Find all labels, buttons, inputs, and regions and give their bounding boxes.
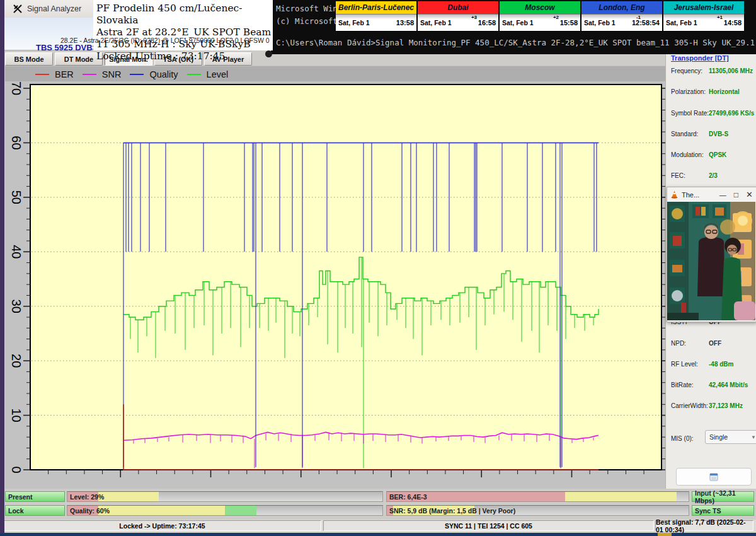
- app-icon: [13, 4, 22, 13]
- footer-cell-1: Locked -> Uptime: 73:17:45: [3, 520, 321, 531]
- legend-swatch: [130, 74, 144, 75]
- world-clocks-panel: Berlin-Paris-LučenecSat, Feb 113:58Dubai…: [336, 1, 744, 32]
- field-label: Polarization:: [671, 88, 706, 95]
- clock-city-label: London, Eng: [581, 1, 662, 14]
- vlc-video-window[interactable]: The... — □ ✕: [667, 187, 756, 322]
- tab-bs-mode[interactable]: BS Mode: [5, 52, 53, 66]
- field-value: Horizontal: [709, 88, 756, 95]
- svg-text:10: 10: [9, 408, 23, 422]
- field-label: RF Level:: [671, 361, 698, 368]
- clock-date: Sat, Feb 1: [502, 19, 534, 26]
- progress-label: SNR: 5,9 dB (Margin: 1,5 dB | Very Poor): [389, 507, 515, 515]
- overlay-title-text: PF Prodelin 450 cm/Lučenec-Slovakia Astr…: [96, 3, 273, 62]
- field-carrierwidth-: CarrierWidth:37,123 MHz: [671, 402, 753, 411]
- legend-swatch: [83, 74, 96, 75]
- status-row-2: LockQuality: 60%SNR: 5,9 dB (Margin: 1,5…: [0, 505, 756, 516]
- ts-list-icon: [709, 473, 718, 481]
- field-npd-: NPD:OFF: [671, 340, 753, 349]
- clock-time-row: Sat, Feb 1+114:58: [663, 14, 744, 31]
- progress-bar: Quality: 60%: [67, 505, 383, 516]
- field-standard-: Standard:DVB-S: [671, 131, 753, 139]
- progress-segment: [98, 492, 159, 501]
- clock-utc-offset: +2: [553, 15, 559, 20]
- legend-item-snr: SNR: [83, 69, 122, 79]
- field-polarization-: Polarization:Horizontal: [671, 88, 753, 97]
- minimize-icon[interactable]: —: [719, 191, 726, 199]
- field-label: MIS (0):: [671, 435, 694, 442]
- maximize-icon[interactable]: □: [734, 190, 738, 199]
- field-label: BitRate:: [671, 382, 694, 388]
- clock-time-row: Sat, Feb 113:58: [336, 14, 416, 31]
- footer-cell-2: SYNC 11 | TEI 1254 | CC 605: [323, 520, 654, 531]
- field-value: 2/3: [709, 172, 756, 179]
- field-value: 37,123 MHz: [709, 402, 756, 409]
- progress-label: Level: 29%: [70, 493, 104, 501]
- field-label: CarrierWidth:: [671, 402, 708, 409]
- vlc-title: The...: [682, 191, 699, 199]
- clock-utc-offset: +3: [471, 15, 477, 20]
- clock-city-label: Jerusalem-Israel: [663, 1, 744, 14]
- tab-dt-mode[interactable]: DT Mode: [55, 52, 103, 66]
- clock-time: 12:58:54: [632, 19, 660, 26]
- status-row-1: PresentLevel: 29%BER: 6,4E-3Input (~32,3…: [0, 491, 756, 503]
- clock-date: Sat, Feb 1: [666, 19, 697, 26]
- clock-time: 16:58: [478, 19, 496, 26]
- field-label: Standard:: [671, 131, 698, 137]
- transport-stream-button[interactable]: [676, 468, 752, 486]
- clock-city-label: Dubai: [418, 1, 498, 14]
- overlay-line-4: Locked Uptime : 73:17:45: [96, 50, 273, 62]
- field-bitrate-: BitRate:42,464 Mbit/s: [671, 382, 753, 390]
- clock-dubai: DubaiSat, Feb 1+316:58: [418, 1, 498, 32]
- video-frame: [667, 202, 755, 320]
- progress-segment: [225, 506, 256, 515]
- field-fec-: FEC:2/3: [671, 172, 753, 181]
- svg-text:50: 50: [9, 190, 23, 204]
- clock-london-eng: London, EngSat, Feb 1-112:58:54: [581, 1, 662, 32]
- clock-time-row: Sat, Feb 1-112:58:54: [581, 14, 662, 31]
- window-bottom-edge: [0, 533, 756, 536]
- field-label: NPD:: [671, 340, 686, 347]
- field-value: OFF: [709, 340, 756, 347]
- svg-text:20: 20: [9, 354, 23, 368]
- field-value: QPSK: [709, 151, 756, 158]
- field-rf-level-: RF Level:-48 dBm: [671, 361, 753, 370]
- console-prompt[interactable]: C:\Users\Roman Dávid>Signal Monitoring_P…: [276, 38, 756, 47]
- clock-city-label: Moscow: [500, 1, 580, 14]
- chart-legend: BERSNRQualityLevel: [35, 68, 228, 81]
- clock-date: Sat, Feb 1: [584, 19, 616, 26]
- legend-label: SNR: [102, 69, 122, 79]
- clock-utc-offset: +1: [717, 15, 723, 20]
- field-label: Frequency:: [671, 67, 702, 74]
- vlc-titlebar[interactable]: The... — □ ✕: [667, 187, 756, 202]
- legend-label: Quality: [149, 69, 178, 79]
- clock-time-row: Sat, Feb 1+316:58: [418, 14, 498, 31]
- legend-swatch: [35, 74, 49, 75]
- progress-label: Quality: 60%: [70, 507, 110, 515]
- legend-item-level: Level: [187, 69, 229, 79]
- footer-statusbar: Locked -> Uptime: 73:17:45SYNC 11 | TEI …: [0, 520, 756, 532]
- footer-cell-3: Best signal: 7,7 dB (2025-02-01 00:34): [655, 520, 753, 531]
- window-left-edge: [0, 0, 4, 533]
- status-badge-input-mbps-: Input (~32,31 Mbps): [692, 491, 754, 502]
- progress-segment: [98, 506, 225, 515]
- legend-label: Level: [207, 69, 229, 79]
- mis-dropdown[interactable]: Single ▼: [705, 430, 756, 444]
- field-modulation-: Modulation:QPSK: [671, 151, 753, 160]
- legend-item-quality: Quality: [130, 69, 178, 79]
- signal-chart: 010203040506070: [5, 66, 665, 489]
- vlc-cone-icon: [671, 190, 678, 199]
- clock-berlin-paris-lu-enec: Berlin-Paris-LučenecSat, Feb 113:58: [336, 1, 416, 32]
- chevron-down-icon: ▼: [751, 434, 756, 440]
- clock-time-row: Sat, Feb 1+215:58: [500, 14, 580, 31]
- field-label: FEC:: [671, 172, 685, 179]
- svg-text:30: 30: [9, 300, 23, 313]
- app-title: Signal Analyzer: [27, 4, 81, 13]
- field-value: -48 dBm: [709, 361, 756, 368]
- field-frequency-: Frequency:11305,006 MHz: [671, 67, 753, 76]
- close-icon[interactable]: ✕: [746, 190, 753, 199]
- clock-moscow: MoscowSat, Feb 1+215:58: [500, 1, 580, 32]
- clock-date: Sat, Feb 1: [338, 19, 370, 26]
- progress-segment: [565, 492, 677, 501]
- mis-dropdown-value: Single: [709, 433, 728, 441]
- progress-label: BER: 6,4E-3: [389, 493, 427, 501]
